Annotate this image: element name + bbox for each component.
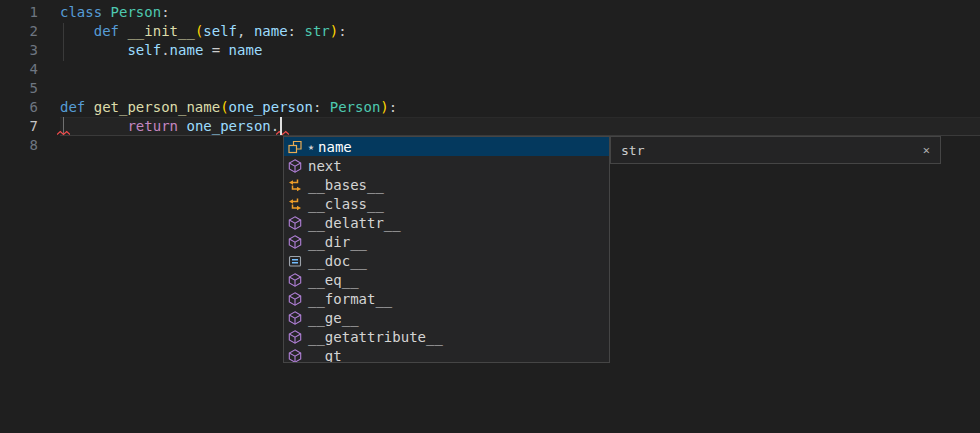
suggest-item-name[interactable]: ★name: [284, 137, 609, 156]
close-icon[interactable]: ✕: [923, 144, 930, 156]
suggest-item-gt[interactable]: __gt__: [284, 346, 609, 363]
code-token: one_person: [186, 118, 270, 134]
suggest-item-label: __class__: [308, 196, 384, 212]
code-token: ): [380, 99, 388, 115]
code-line-6[interactable]: def get_person_name(one_person: Person):: [60, 98, 397, 117]
code-token: :: [313, 99, 330, 115]
code-token: name: [170, 42, 204, 58]
suggest-item-label: __bases__: [308, 177, 384, 193]
suggest-item-ge[interactable]: __ge__: [284, 308, 609, 327]
symbol-doc-icon: [287, 253, 303, 269]
symbol-method-icon: [287, 348, 303, 364]
symbol-field-icon: [287, 139, 303, 155]
symbol-class-icon: [287, 177, 303, 193]
suggest-item-label: __format__: [308, 291, 392, 307]
suggest-item-label: __getattribute__: [308, 329, 443, 345]
suggest-item-label: name: [318, 139, 352, 155]
suggest-item-format[interactable]: __format__: [284, 289, 609, 308]
symbol-method-icon: [287, 329, 303, 345]
suggest-detail-text: str: [621, 143, 644, 158]
code-token: self: [203, 23, 237, 39]
code-token: Person: [111, 4, 162, 20]
error-squiggle: [57, 130, 70, 136]
symbol-method-icon: [287, 272, 303, 288]
code-token: ,: [237, 23, 254, 39]
symbol-method-icon: [287, 291, 303, 307]
code-token: return: [127, 118, 186, 134]
code-token: name: [229, 42, 263, 58]
code-token: def: [94, 23, 128, 39]
symbol-method-icon: [287, 158, 303, 174]
code-line-1[interactable]: class Person:: [60, 3, 170, 22]
suggest-item-eq[interactable]: __eq__: [284, 270, 609, 289]
code-token: [60, 23, 94, 39]
symbol-class-icon: [287, 196, 303, 212]
code-token: Person: [330, 99, 381, 115]
suggest-item-label: __dir__: [308, 234, 367, 250]
code-token: :: [338, 23, 346, 39]
code-token: get_person_name: [94, 99, 220, 115]
suggest-item-next[interactable]: next: [284, 156, 609, 175]
suggest-item-getattribute[interactable]: __getattribute__: [284, 327, 609, 346]
suggest-item-class[interactable]: __class__: [284, 194, 609, 213]
code-token: :: [389, 99, 397, 115]
code-token: self: [127, 42, 161, 58]
star-icon: ★: [308, 137, 314, 156]
code-editor[interactable]: 12345678 class Person: def __init__(self…: [0, 0, 980, 433]
code-token: .: [161, 42, 169, 58]
suggest-item-bases[interactable]: __bases__: [284, 175, 609, 194]
suggest-item-delattr[interactable]: __delattr__: [284, 213, 609, 232]
code-token: (: [220, 99, 228, 115]
code-token: one_person: [229, 99, 313, 115]
suggest-item-doc[interactable]: __doc__: [284, 251, 609, 270]
suggest-item-label: __delattr__: [308, 215, 401, 231]
symbol-method-icon: [287, 310, 303, 326]
code-token: def: [60, 99, 94, 115]
code-token: __init__: [127, 23, 194, 39]
suggest-item-label: __doc__: [308, 253, 367, 269]
code-line-2[interactable]: def __init__(self, name: str):: [60, 22, 347, 41]
code-token: [60, 42, 127, 58]
suggest-item-dir[interactable]: __dir__: [284, 232, 609, 251]
code-token: str: [304, 23, 329, 39]
suggest-item-label: next: [308, 158, 342, 174]
suggest-item-label: __eq__: [308, 272, 359, 288]
code-token: ): [330, 23, 338, 39]
symbol-method-icon: [287, 234, 303, 250]
symbol-method-icon: [287, 215, 303, 231]
suggest-widget[interactable]: ★namenext__bases____class____delattr____…: [283, 136, 610, 363]
code-line-3[interactable]: self.name = name: [60, 41, 262, 60]
suggest-detail-pane: str ✕: [610, 136, 941, 164]
suggest-item-label: __ge__: [308, 310, 359, 326]
text-cursor: [280, 117, 282, 135]
code-token: [60, 118, 127, 134]
code-token: =: [203, 42, 228, 58]
code-token: :: [288, 23, 305, 39]
code-token: name: [254, 23, 288, 39]
code-token: class: [60, 4, 111, 20]
code-line-7[interactable]: return one_person.: [60, 117, 279, 136]
code-token: :: [161, 4, 169, 20]
suggest-item-label: __gt__: [308, 348, 359, 364]
